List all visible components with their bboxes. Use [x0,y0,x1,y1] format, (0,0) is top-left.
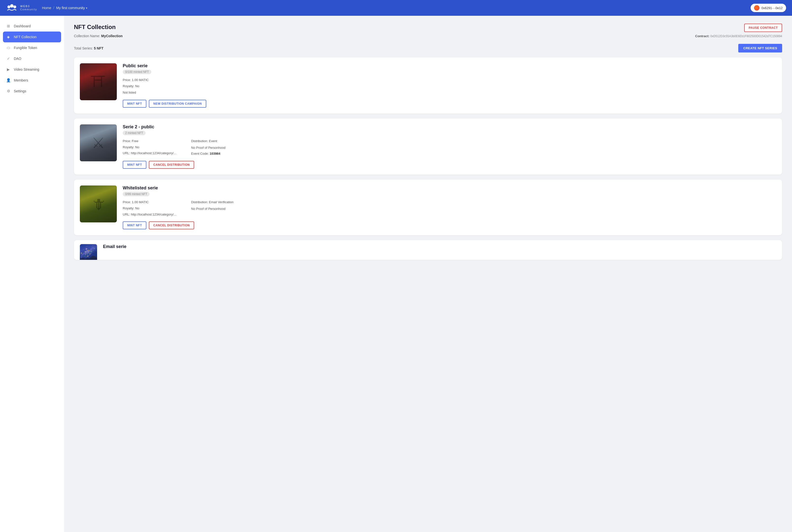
nft-details-right: Distribution: Email Verification No Proo… [191,199,234,217]
nft-actions: MINT NFT NEW DISTRIBUTION CAMPAIGN [123,100,776,108]
dashboard-icon: ⊞ [6,24,11,28]
collection-name-label: Collection Name: MyCollection [74,34,123,38]
sidebar-item-video-streaming[interactable]: ▶ Video Streaming [0,64,64,75]
svg-point-2 [13,5,16,8]
header-left: WEB3 Community Home / My first community… [6,3,87,12]
nft-price: Price: 1.00 MATIC [123,199,177,205]
event-code-value: 103984 [210,152,220,155]
nft-image-serie2 [80,125,117,161]
series-header: Total Series: 5 NFT CREATE NFT SERIES [74,44,782,53]
nft-details-left: Price: Free Royalty: No URL: http://loca… [123,138,177,157]
nft-details-row: Price: Free Royalty: No URL: http://loca… [123,138,776,157]
nft-card-email: Email serie [74,240,782,260]
logo-icon [6,3,18,12]
nft-event-code: Event Code: 103984 [191,151,225,157]
logo-text: WEB3 Community [20,5,37,11]
fungible-token-icon: ⬭ [6,45,11,50]
sidebar-item-label: DAO [14,57,21,61]
sidebar-item-label: Dashboard [14,24,31,28]
dao-icon: ✓ [6,56,11,61]
page-title: NFT Collection [74,24,115,31]
nft-actions: MINT NFT CANCEL DISTRIBUTION [123,222,776,229]
sidebar-item-dao[interactable]: ✓ DAO [0,53,64,64]
nft-details-left: Price: 1.00 MATIC Royalty: No URL: http:… [123,199,177,217]
breadcrumb-home[interactable]: Home [42,6,51,10]
members-icon: 👤 [6,78,11,83]
cancel-distribution-button[interactable]: CANCEL DISTRIBUTION [149,161,194,169]
breadcrumb-current[interactable]: My first community ▾ [56,6,87,10]
nft-card-public-serie: Public serie 0/100 minted NFT Price: 1.0… [74,57,782,114]
mint-nft-button[interactable]: MINT NFT [123,161,146,169]
sidebar-item-settings[interactable]: ⚙ Settings [0,86,64,97]
sidebar-item-fungible-token[interactable]: ⬭ Fungible Token [0,42,64,53]
contract-info: Contract: 0xD512D3c55A3b0E6Eb1F802500D01… [695,34,782,38]
nft-title: Public serie [123,63,776,69]
header: WEB3 Community Home / My first community… [0,0,792,16]
nft-royalty: Royalty: No [123,205,177,212]
sidebar-item-dashboard[interactable]: ⊞ Dashboard [0,21,64,32]
mint-nft-button[interactable]: MINT NFT [123,222,146,229]
svg-point-0 [7,5,10,8]
sidebar-item-label: Settings [14,89,26,93]
nft-distribution: Distribution: Event [191,138,225,144]
nft-image-whitelisted [80,186,117,223]
nft-royalty: Royalty: No [123,83,776,90]
nft-royalty: Royalty: No [123,144,177,151]
layout: ⊞ Dashboard ◈ NFT Collection ⬭ Fungible … [0,16,792,532]
nft-badge: 0/100 minted NFT [123,70,151,74]
wallet-address: 0x6291····0e12 [761,6,782,10]
sidebar-item-label: NFT Collection [14,35,36,39]
nft-content-email: Email serie [103,244,776,256]
create-nft-series-button[interactable]: CREATE NFT SERIES [738,44,782,53]
nft-title: Serie 2 - public [123,125,776,130]
breadcrumb: Home / My first community ▾ [42,6,87,10]
wallet-avatar [754,5,759,11]
logo: WEB3 Community [6,3,37,12]
nft-badge: 2 minted NFT [123,131,146,135]
nft-price: Price: 1.00 MATIC [123,77,776,83]
nft-actions: MINT NFT CANCEL DISTRIBUTION [123,161,776,169]
nft-no-proof: No Proof of Personhood [191,206,234,212]
total-series-count: 5 NFT [94,46,104,50]
nft-image-public-serie [80,63,117,100]
nft-collection-icon: ◈ [6,35,11,39]
nft-details-right: Distribution: Event No Proof of Personho… [191,138,225,157]
total-series: Total Series: 5 NFT [74,46,104,50]
nft-card-serie2: Serie 2 - public 2 minted NFT Price: Fre… [74,118,782,175]
nft-distribution: Distribution: Email Verification [191,199,234,205]
cancel-distribution-button[interactable]: CANCEL DISTRIBUTION [149,222,194,229]
nft-badge: 0/99 minted NFT [123,192,150,196]
video-streaming-icon: ▶ [6,67,11,72]
nft-content-serie2: Serie 2 - public 2 minted NFT Price: Fre… [123,125,776,169]
sidebar-item-label: Members [14,78,28,82]
wallet-button[interactable]: 0x6291····0e12 [751,4,786,12]
nft-title: Whitelisted serie [123,186,776,191]
main-content: NFT Collection PAUSE CONTRACT Collection… [64,16,792,532]
nft-url: URL: http://localhost:1234/category/... [123,212,177,218]
nft-url: URL: http://localhost:1234/category/... [123,150,177,156]
pause-contract-button[interactable]: PAUSE CONTRACT [744,24,782,32]
breadcrumb-separator: / [53,6,54,10]
sidebar: ⊞ Dashboard ◈ NFT Collection ⬭ Fungible … [0,16,64,532]
nft-card-whitelisted: Whitelisted serie 0/99 minted NFT Price:… [74,179,782,235]
nft-price: Price: Free [123,138,177,144]
settings-icon: ⚙ [6,89,11,94]
mint-nft-button[interactable]: MINT NFT [123,100,146,108]
nft-content-public-serie: Public serie 0/100 minted NFT Price: 1.0… [123,63,776,108]
nft-status: Not listed [123,90,776,96]
contract-hash: 0xD512D3c55A3b0E6Eb1F802500D01542d7C1508… [710,35,782,38]
nft-image-email [80,244,97,260]
sidebar-item-nft-collection[interactable]: ◈ NFT Collection [3,32,61,42]
sidebar-item-label: Fungible Token [14,46,37,50]
new-distribution-campaign-button[interactable]: NEW DISTRIBUTION CAMPAIGN [149,100,206,108]
sidebar-item-members[interactable]: 👤 Members [0,75,64,86]
page-header: NFT Collection PAUSE CONTRACT [74,24,782,32]
nft-no-proof: No Proof of Personhood [191,145,225,151]
chevron-down-icon: ▾ [86,7,87,10]
nft-content-whitelisted: Whitelisted serie 0/99 minted NFT Price:… [123,186,776,229]
collection-info: Collection Name: MyCollection Contract: … [74,34,782,38]
svg-point-1 [10,4,14,8]
nft-title: Email serie [103,244,776,249]
sidebar-item-label: Video Streaming [14,68,39,72]
nft-details-row: Price: 1.00 MATIC Royalty: No URL: http:… [123,199,776,217]
